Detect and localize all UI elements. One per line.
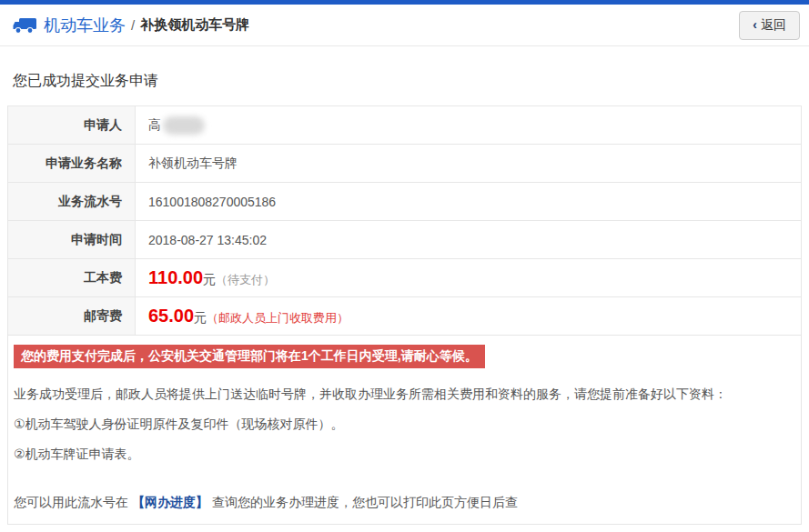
- success-heading: 您已成功提交业务申请: [13, 72, 796, 91]
- row-label: 申请人: [8, 106, 136, 145]
- table-row-business-name: 申请业务名称 补领机动车号牌: [8, 145, 802, 183]
- table-row-serial-number: 业务流水号 161001808270005186: [8, 183, 802, 221]
- notice-intro: 业务成功受理后，邮政人员将提供上门送达临时号牌，并收取办理业务所需相关费用和资料…: [14, 385, 795, 404]
- breadcrumb-separator: /: [131, 17, 135, 33]
- breadcrumb-section[interactable]: 机动车业务: [44, 15, 126, 36]
- row-value: 110.00元（待支付）: [136, 259, 802, 297]
- table-row-applicant: 申请人 高: [8, 106, 802, 145]
- row-label: 工本费: [8, 259, 136, 297]
- redacted-name-blur: [163, 116, 205, 135]
- row-value: 65.00元（邮政人员上门收取费用）: [136, 297, 802, 336]
- row-label: 邮寄费: [8, 297, 136, 336]
- main-content: 您已成功提交业务申请 申请人 高 申请业务名称 补领机动车号牌 业务流水号 16…: [0, 72, 809, 532]
- row-value: 补领机动车号牌: [136, 145, 802, 183]
- applicant-name: 高: [148, 116, 161, 131]
- table-row-apply-time: 申请时间 2018-08-27 13:45:02: [8, 221, 802, 259]
- postage-collection-note: （邮政人员上门收取费用）: [207, 311, 349, 325]
- fee-status-note: （待支付）: [216, 273, 275, 286]
- postage-fee-amount: 65.00: [148, 306, 194, 326]
- online-progress-link[interactable]: 【网办进度】: [132, 495, 208, 509]
- notice-item-2: ②机动车牌证申请表。: [14, 445, 795, 464]
- apply-timestamp: 2018-08-27 13:45:02: [136, 221, 802, 259]
- page-header: 机动车业务 / 补换领机动车号牌 ‹返回: [0, 5, 809, 46]
- breadcrumb-page-title: 补换领机动车号牌: [140, 16, 249, 34]
- row-label: 业务流水号: [8, 183, 136, 221]
- row-label: 申请时间: [8, 221, 136, 259]
- truck-icon: [13, 16, 36, 35]
- serial-number: 161001808270005186: [136, 183, 802, 221]
- progress-hint: 您可以用此流水号在【网办进度】查询您的业务办理进度，您也可以打印此页方便日后查: [14, 495, 795, 511]
- table-row-postage-fee: 邮寄费 65.00元（邮政人员上门收取费用）: [8, 297, 802, 336]
- row-label: 申请业务名称: [8, 145, 136, 183]
- notice-box: 您的费用支付完成后，公安机关交通管理部门将在1个工作日内受理,请耐心等候。 业务…: [7, 335, 802, 525]
- action-button-row: ¥继续支付 ¥取消支付 返回: [7, 525, 802, 532]
- fee-unit: 元: [194, 310, 207, 325]
- payment-alert-banner: 您的费用支付完成后，公安机关交通管理部门将在1个工作日内受理,请耐心等候。: [14, 345, 485, 368]
- back-button-top-label: 返回: [761, 17, 786, 32]
- production-fee-amount: 110.00: [148, 267, 203, 287]
- progress-hint-pre: 您可以用此流水号在: [14, 495, 128, 509]
- fee-unit: 元: [203, 272, 216, 286]
- application-details-table: 申请人 高 申请业务名称 补领机动车号牌 业务流水号 1610018082700…: [7, 105, 802, 336]
- row-value: 高: [136, 106, 802, 145]
- back-button-top[interactable]: ‹返回: [739, 11, 800, 40]
- notice-item-1: ①机动车驾驶人身份证明原件及复印件（现场核对原件）。: [14, 415, 795, 434]
- table-row-production-fee: 工本费 110.00元（待支付）: [8, 259, 802, 297]
- chevron-left-icon: ‹: [753, 17, 757, 32]
- progress-hint-post: 查询您的业务办理进度，您也可以打印此页方便日后查: [212, 495, 518, 509]
